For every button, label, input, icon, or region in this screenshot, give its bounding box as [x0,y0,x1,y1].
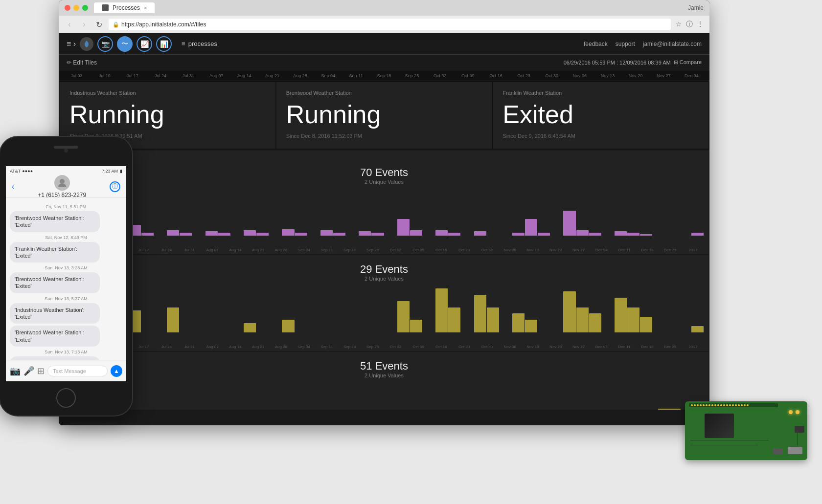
bar [563,211,575,236]
user-email[interactable]: jamie@initialstate.com [643,41,702,47]
audio-icon[interactable]: 🎤 [23,366,34,376]
chart-3-bars [64,380,705,410]
bar [167,230,179,236]
ruler-tick: Nov 13 [594,73,621,78]
close-button[interactable] [65,5,70,11]
back-button[interactable]: ‹ [65,20,74,29]
reload-button[interactable]: ↻ [94,20,104,29]
title-bar: Processes × Jamie [59,0,709,16]
bar [244,230,256,236]
ruler-tick: Aug 21 [258,73,286,78]
chart-tick: Nov 27 [567,248,590,252]
nav-icon-bar[interactable]: 📊 [156,36,172,52]
msg-date-2: Sun, Nov 13, 3:28 AM [10,265,122,270]
tab-close-button[interactable]: × [144,5,147,11]
bar [627,233,639,236]
bar [397,219,410,236]
edit-tiles-bar: ✏ Edit Tiles 06/29/2016 05:59 PM : 12/09… [59,55,709,70]
msg-bubble-5: 'Franklin Weather Station': 'Exited' [10,356,100,360]
chart-3-events: 51 Events [64,360,705,373]
battery-icon: ▮ [120,169,122,174]
url-bar[interactable]: 🔒 https://app.initialstate.com/#/tiles [109,19,671,30]
rpi-sd-card [795,426,804,433]
info-icon[interactable]: ⓘ [686,20,693,29]
compare-button[interactable]: ⊞ Compare [674,59,702,66]
msg-bubble-0: 'Brentwood Weather Station': 'Exited' [10,211,100,232]
chart-2-timeline: '26 Jul 03 Jul 10 Jul 17 Jul 24 Jul 31 A… [64,342,705,351]
tiles-row: Industrious Weather Station Running Sinc… [59,81,709,150]
phone-home-button[interactable] [56,388,76,408]
chart-3-section: 51 Events 2 Unique Values [60,352,708,410]
phone-messages[interactable]: Fri, Nov 11, 5:31 PM 'Brentwood Weather … [6,197,126,360]
minimize-button[interactable] [73,5,79,11]
rpi-chip [705,414,734,438]
rpi-pin [711,404,713,406]
chart-tick: Oct 09 [407,248,430,252]
forward-button[interactable]: › [79,20,89,29]
bar [615,298,627,332]
chart-tick: Sep 18 [338,248,361,252]
main-content: Industrious Weather Station Running Sinc… [59,81,709,425]
rpi-pin [732,404,734,406]
ruler-tick: Aug 14 [230,73,258,78]
rpi-pin [700,404,702,406]
bar [141,233,154,236]
chart-1-header: 70 Events 2 Unique Values [64,166,705,185]
hamburger-menu[interactable]: ≡ › [67,40,76,48]
text-message-input[interactable]: Text Message [47,366,108,376]
tile-2-station: Brentwood Weather Station [286,90,482,96]
chart-tick: Dec 25 [659,248,682,252]
feedback-link[interactable]: feedback [584,41,608,47]
nav-icon-waves[interactable]: 〜 [117,36,133,52]
ruler-tick: Oct 02 [426,73,454,78]
apps-icon[interactable]: ⊞ [37,366,45,376]
bar [627,307,639,332]
bar [244,323,256,332]
rpi-pin [738,404,740,406]
nav-icon-trend[interactable]: 📈 [137,36,152,52]
bar [576,307,589,332]
bar [180,233,192,236]
edit-tiles-button[interactable]: ✏ Edit Tiles [67,59,97,66]
ruler-tick: Sep 18 [370,73,398,78]
msg-bubble-1: 'Franklin Weather Station': 'Exited' [10,242,100,263]
rpi-pin [706,404,708,406]
chart-3-unique: 2 Unique Values [64,373,705,378]
chart-tick: Aug 21 [247,345,270,349]
ruler-tick: Nov 06 [566,73,594,78]
tile-2[interactable]: Brentwood Weather Station Running Since … [276,82,492,149]
circuit-trace [690,440,768,440]
rpi-pin [744,404,746,406]
svg-point-0 [60,179,65,184]
bar [576,230,589,236]
tile-3[interactable]: Franklin Weather Station Exited Since De… [493,82,708,149]
chart-tick: 2017 [682,248,705,252]
phone-info-button[interactable]: ⓘ [110,181,120,192]
ruler-tick: Nov 27 [650,73,678,78]
chart-1-timeline: '16 Jul 03 Jul 10 Jul 17 Jul 24 Jul 31 A… [64,245,705,254]
menu-icon[interactable]: ⋮ [697,20,704,29]
rpi-hdmi-port [773,448,783,454]
chart-tick: Sep 25 [361,248,384,252]
support-link[interactable]: support [616,41,635,47]
bar [167,307,179,332]
bar [256,233,269,236]
nav-icon-camera[interactable]: 📷 [97,36,113,52]
bucket-name[interactable]: processes [188,40,217,47]
chart-tick: Dec 04 [590,248,613,252]
active-tab[interactable]: Processes × [94,2,155,13]
camera-icon[interactable]: 📷 [10,366,21,376]
bar [658,409,681,410]
chart-tick: Oct 30 [476,345,499,349]
logo-icon[interactable] [80,37,93,51]
tab-bar: Processes × [94,2,155,13]
send-button[interactable]: ▲ [111,365,122,377]
ruler-tick: Oct 30 [538,73,566,78]
rpi-gpio-header [689,403,778,407]
bar [640,234,652,236]
maximize-button[interactable] [82,5,88,11]
bookmark-icon[interactable]: ☆ [676,20,682,29]
chart-1-area [64,187,705,245]
bar [397,301,410,332]
ruler-tick: Oct 09 [454,73,482,78]
